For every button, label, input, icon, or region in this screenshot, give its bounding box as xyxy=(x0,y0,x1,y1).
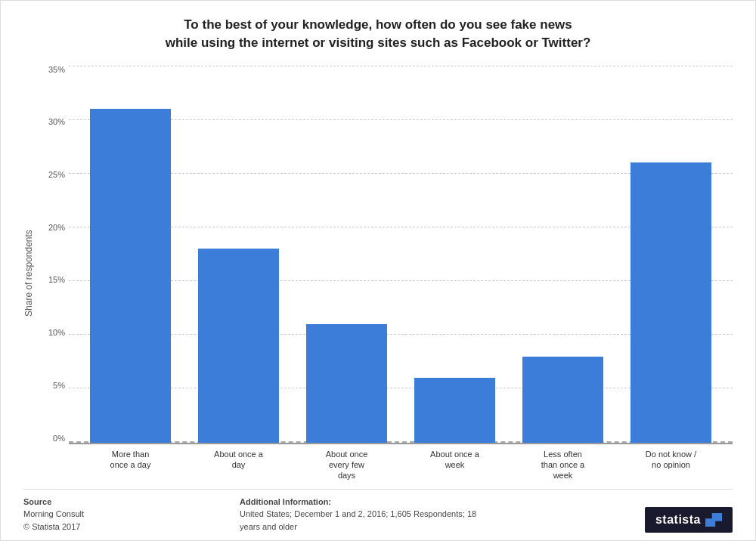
y-tick-label: 20% xyxy=(48,224,65,232)
statista-logo: statista xyxy=(645,507,733,533)
bar-group-less-often-once-week xyxy=(509,66,617,443)
chart-title: To the best of your knowledge, how often… xyxy=(23,16,733,52)
y-tick-label: 30% xyxy=(48,118,65,126)
y-tick-label: 15% xyxy=(48,276,65,284)
x-label-about-once-day: About once aday xyxy=(184,449,293,481)
x-label-about-once-week: About once aweek xyxy=(401,449,509,481)
y-tick-label: 25% xyxy=(48,171,65,179)
source-label: Source xyxy=(23,496,84,509)
y-axis-label: Share of respondents xyxy=(23,66,34,481)
chart-inner: 35%30%25%20%15%10%5%0% More thanonce a d… xyxy=(39,66,733,481)
bar-about-once-few-days xyxy=(306,324,387,443)
statista-icon xyxy=(705,513,722,527)
y-labels: 35%30%25%20%15%10%5%0% xyxy=(39,66,69,443)
x-label-do-not-know: Do not know /no opinion xyxy=(617,449,725,481)
bar-group-more-than-once-day xyxy=(76,66,184,443)
chart-area: Share of respondents 35%30%25%20%15%10%5… xyxy=(23,66,733,481)
bar-group-about-once-day xyxy=(184,66,293,443)
y-tick-label: 5% xyxy=(53,382,65,390)
x-label-about-once-few-days: About onceevery fewdays xyxy=(293,449,401,481)
x-label-less-often-once-week: Less oftenthan once aweek xyxy=(509,449,617,481)
bar-about-once-day xyxy=(198,249,279,443)
y-tick-label: 10% xyxy=(48,329,65,337)
bars-row xyxy=(69,66,733,443)
bar-group-about-once-week xyxy=(401,66,509,443)
bar-about-once-week xyxy=(414,378,495,443)
bar-less-often-once-week xyxy=(522,357,603,443)
bar-do-not-know xyxy=(631,162,711,443)
statista-logo-text: statista xyxy=(655,513,701,527)
y-tick-label: 35% xyxy=(48,66,65,74)
chart-container: To the best of your knowledge, how often… xyxy=(0,0,756,541)
footer-additional: Additional Information: United States; D… xyxy=(240,496,489,533)
source-text: Morning Consult© Statista 2017 xyxy=(23,508,84,533)
bar-group-do-not-know xyxy=(617,66,725,443)
y-tick-label: 0% xyxy=(53,434,65,443)
x-label-more-than-once-day: More thanonce a day xyxy=(76,449,184,481)
additional-label: Additional Information: xyxy=(240,496,489,509)
additional-text: United States; December 1 and 2, 2016; 1… xyxy=(240,508,489,533)
bar-group-about-once-few-days xyxy=(293,66,401,443)
x-axis-labels: More thanonce a dayAbout once adayAbout … xyxy=(69,444,733,481)
footer: Source Morning Consult© Statista 2017 Ad… xyxy=(23,489,733,533)
footer-source: Source Morning Consult© Statista 2017 xyxy=(23,496,84,533)
grid-and-bars: 35%30%25%20%15%10%5%0% xyxy=(39,66,733,443)
bar-more-than-once-day xyxy=(90,109,171,443)
